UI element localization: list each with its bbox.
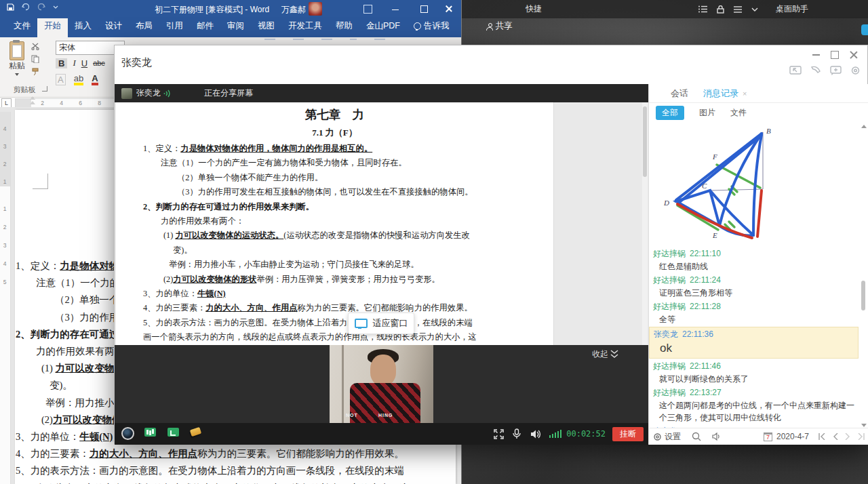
sound-icon[interactable] (712, 432, 722, 441)
doc-line: 注意（1）一个力的产生一定有施力物体和受力物体，且同时存在。 (143, 156, 554, 170)
meeting-maximize-button[interactable] (831, 51, 839, 59)
scroll-up-icon[interactable] (861, 125, 867, 128)
menu-design[interactable]: 设计 (98, 16, 129, 37)
menu-references[interactable]: 引用 (159, 16, 190, 37)
camera-toggle-icon[interactable] (121, 427, 134, 440)
search-icon[interactable] (692, 432, 701, 441)
menu-mailings[interactable]: 邮件 (190, 16, 220, 37)
message-text: 就可以判断绿色的关系了 (653, 373, 865, 385)
format-painter-icon[interactable] (31, 68, 39, 76)
word-close-button[interactable] (445, 5, 452, 12)
desktop: 快捷 桌面助手 初二下册物理 [兼容模式] - Word 万鑫郝 (0, 0, 868, 484)
paste-dropdown-caret[interactable] (15, 73, 19, 76)
screen-share-icon[interactable] (789, 66, 802, 75)
next-page-icon[interactable] (845, 433, 850, 440)
cut-icon[interactable] (31, 43, 40, 50)
copy-icon[interactable] (31, 55, 39, 63)
filter-all[interactable]: 全部 (656, 106, 684, 120)
doc-line: 2、判断力的存在可通过力的作用效果来判断。 (143, 200, 554, 214)
fullscreen-icon[interactable] (494, 429, 504, 439)
menu-developer[interactable]: 开发工具 (281, 16, 329, 37)
italic-button[interactable]: I (73, 58, 75, 68)
lock-icon[interactable] (717, 5, 724, 14)
webcam-person-face (370, 355, 396, 386)
menu-help[interactable]: 帮助 (329, 16, 359, 37)
menu-file[interactable]: 文件 (7, 16, 37, 37)
chat-message: 好达摔锅22:11:28全等 (653, 300, 865, 325)
word-maximize-button[interactable] (420, 5, 428, 13)
shared-document-page: 第七章 力 7.1 力（F） 1、定义：力是物体对物体的作用，物体间力的作用是相… (116, 102, 554, 345)
shared-geometry-image[interactable]: B F C D E (653, 123, 847, 246)
font-color-button[interactable]: A (92, 74, 98, 85)
word-minimize-button[interactable] (392, 9, 399, 10)
redo-icon[interactable] (37, 3, 45, 11)
share-screen-icon[interactable] (144, 428, 156, 437)
underline-button[interactable]: U (81, 58, 87, 68)
shared-screen-scrollbar[interactable] (642, 102, 648, 345)
meeting-header: 张奕龙 (115, 45, 867, 84)
person-icon (486, 23, 493, 30)
menu-layout[interactable]: 布局 (129, 16, 159, 37)
phone-icon[interactable] (810, 66, 821, 75)
filter-images[interactable]: 图片 (699, 107, 715, 119)
first-page-icon[interactable] (818, 433, 826, 440)
prev-page-icon[interactable] (833, 433, 838, 440)
menu-tell-me[interactable]: 告诉我 (407, 16, 456, 37)
settings-gear-icon[interactable] (850, 66, 861, 75)
bold-button[interactable]: B (56, 58, 67, 68)
qat-customize-icon[interactable] (53, 5, 58, 9)
text-effects-button[interactable]: A (56, 74, 66, 85)
chevron-down-icon[interactable] (751, 7, 758, 12)
menu-view[interactable]: 视图 (251, 16, 281, 37)
double-chevron-down-icon (610, 350, 618, 359)
menu-review[interactable]: 审阅 (220, 16, 251, 37)
chat-message-list[interactable]: B F C D E 好达摔锅22:11:10红色是辅助线好达摔锅22:11:24… (649, 121, 868, 428)
filter-files[interactable]: 文件 (730, 107, 747, 119)
shared-screen-scroll-thumb[interactable] (643, 106, 647, 177)
collapse-video-button[interactable]: 收起 (592, 348, 618, 360)
webcam-video[interactable]: NOT HING (330, 345, 433, 423)
menu-share[interactable]: 共享 (479, 16, 519, 37)
share-window-icon[interactable] (167, 428, 179, 437)
menu-wps-pdf[interactable]: 金山PDF (359, 16, 407, 37)
strikethrough-button[interactable]: abc (93, 59, 105, 67)
date-picker[interactable]: 7 2020-4-7 (764, 432, 809, 441)
hangup-button[interactable]: 挂断 (612, 427, 644, 441)
word-account-avatar[interactable] (309, 2, 322, 16)
highlight-color-button[interactable]: ab (74, 74, 83, 85)
save-icon[interactable] (7, 3, 14, 11)
clipboard-group-expander[interactable] (42, 86, 47, 92)
tab-conversation[interactable]: 会话 (671, 87, 688, 100)
meeting-close-button[interactable] (850, 51, 858, 59)
tab-close-icon[interactable]: × (743, 89, 747, 98)
ribbon-display-options-icon[interactable] (363, 5, 372, 14)
tab-message-history[interactable]: 消息记录 (703, 87, 738, 100)
edge-widget[interactable] (861, 24, 868, 35)
vertical-ruler[interactable]: 432112345 (0, 112, 11, 484)
meeting-minimize-button[interactable] (812, 54, 820, 56)
word-account-name[interactable]: 万鑫郝 (281, 4, 306, 16)
menu-home[interactable]: 开始 (37, 16, 68, 37)
scroll-down-icon[interactable] (861, 424, 867, 427)
speaker-icon[interactable] (530, 429, 541, 439)
call-toolbar: 00:02:52 挂断 (115, 423, 648, 445)
add-invite-icon[interactable] (830, 66, 842, 75)
desktop-assistant-label[interactable]: 桌面助手 (776, 3, 808, 15)
figure-label-f: F (712, 153, 717, 161)
last-page-icon[interactable] (857, 433, 865, 440)
menu-icon[interactable] (734, 6, 742, 13)
vertical-ruler-number: 2 (0, 224, 9, 230)
paste-button[interactable]: 粘贴 (5, 41, 28, 76)
indent-marker[interactable] (30, 96, 35, 100)
menu-insert[interactable]: 插入 (68, 16, 98, 37)
undo-icon[interactable] (22, 3, 30, 11)
chat-scroll-thumb[interactable] (861, 281, 865, 310)
microphone-icon[interactable] (513, 428, 521, 439)
annotate-eraser-icon[interactable] (190, 427, 201, 437)
meeting-window: 张奕龙 张奕龙 正在分享屏幕 第七章 力 7.1 力（F） (114, 45, 868, 444)
message-text: ok (654, 341, 858, 356)
settings-button[interactable]: 设置 (653, 431, 681, 443)
fit-window-button[interactable]: 适应窗口 (348, 312, 414, 334)
task-list-icon[interactable] (698, 5, 707, 13)
chat-scrollbar[interactable] (860, 123, 867, 428)
